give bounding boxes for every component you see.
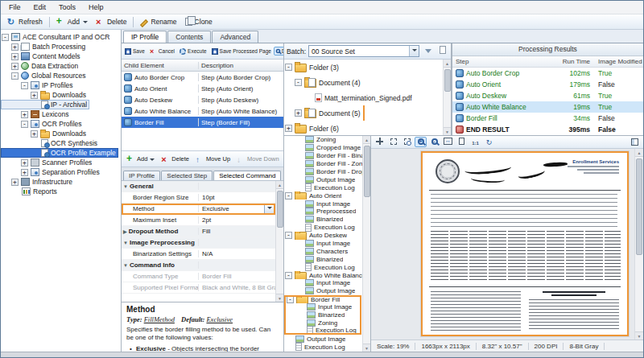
expand-icon[interactable]: + <box>31 92 38 99</box>
tab-contents[interactable]: Contents <box>167 31 211 43</box>
viewer-scrollbar[interactable] <box>634 149 643 339</box>
tree-item[interactable]: Preprocessed <box>284 208 362 216</box>
rotate-tool-button[interactable] <box>483 138 495 148</box>
fit-page-tool-button[interactable] <box>456 136 468 146</box>
collapse-icon[interactable]: - <box>21 82 28 89</box>
scroll-up-icon[interactable] <box>363 136 371 144</box>
tree-item[interactable]: Output Image <box>284 335 362 343</box>
property-grid-scrollbar[interactable] <box>275 181 283 302</box>
result-row[interactable]: Auto Orient179msFalse <box>452 79 643 90</box>
collapse-icon[interactable]: - <box>285 192 292 200</box>
tree-item[interactable]: +Document (5) <box>284 105 443 121</box>
prop-tab-selected-command[interactable]: Selected Command <box>213 171 281 180</box>
page-layout-tool-button[interactable] <box>629 137 641 147</box>
help-type-value[interactable]: FillMethod <box>144 315 175 323</box>
expand-icon[interactable]: + <box>21 111 28 118</box>
tree-item[interactable]: +Data Extraction <box>1 61 121 71</box>
tree-item[interactable]: Execution Log <box>284 183 362 191</box>
property-dropdown-button[interactable] <box>264 204 275 214</box>
expand-icon[interactable]: + <box>21 159 28 167</box>
scroll-thumb[interactable] <box>444 69 451 92</box>
diagnostics-mode-button[interactable]: Diagnostics Mode On <box>274 47 283 56</box>
menu-item-tools[interactable]: Tools <box>52 2 82 13</box>
expand-icon[interactable]: + <box>11 63 19 70</box>
tree-item[interactable]: Binarized <box>284 216 362 224</box>
batch-view-button[interactable] <box>436 45 448 58</box>
batch-tree-scrollbar[interactable] <box>443 60 451 135</box>
tree-item[interactable]: OCR Profile Example <box>1 148 121 158</box>
viewer-canvas[interactable]: Enrollment Services <box>371 149 634 339</box>
actual-size-tool-button[interactable] <box>469 138 481 148</box>
tab-ip-profile[interactable]: IP Profile <box>123 31 167 43</box>
batch-filter-button[interactable] <box>422 45 434 58</box>
property-row[interactable]: ▼Image Preprocessing <box>122 237 275 249</box>
collapse-arrow-icon[interactable]: ▼ <box>123 241 128 245</box>
tree-item[interactable]: -Auto Deskew <box>284 232 362 240</box>
menu-item-edit[interactable]: Edit <box>27 2 53 13</box>
tree-item[interactable]: +Downloads <box>1 90 121 100</box>
zoom-window-tool-button[interactable] <box>401 137 413 147</box>
move-up-button[interactable]: Move Up <box>192 154 233 165</box>
step-delete-button[interactable]: Delete <box>158 154 192 165</box>
expand-arrow-icon[interactable]: ▶ <box>123 228 127 234</box>
cancel-button[interactable]: Cancel <box>147 47 177 56</box>
tree-item[interactable]: Execution Log <box>284 263 362 271</box>
tree-item[interactable]: -IP Profiles <box>1 80 121 90</box>
expand-icon[interactable]: + <box>21 169 28 176</box>
collapse-icon[interactable]: - <box>287 296 294 302</box>
scroll-up-icon[interactable] <box>444 60 452 68</box>
results-column-image-modified[interactable]: Image Modified <box>595 58 643 65</box>
tree-item[interactable]: Reports <box>1 187 121 196</box>
help-default-value[interactable]: Exclusive <box>206 315 233 323</box>
result-row[interactable]: END RESULT395msFalse <box>452 124 643 135</box>
collapse-icon[interactable]: - <box>21 121 28 128</box>
tree-item[interactable]: Border Fill - Dropout <box>284 168 362 176</box>
zoom-out-tool-button[interactable] <box>428 137 440 147</box>
tree-item[interactable]: Input Image <box>284 200 362 208</box>
result-row[interactable]: Border Fill34msFalse <box>452 113 643 124</box>
collapse-icon[interactable]: - <box>295 79 302 86</box>
fit-width-tool-button[interactable] <box>442 136 454 146</box>
menu-item-help[interactable]: Help <box>82 2 110 13</box>
tree-item[interactable]: Matt_termination_Signed.pdf <box>284 90 443 105</box>
tree-item[interactable]: +Separation Profiles <box>1 167 121 177</box>
scroll-down-icon[interactable] <box>276 294 284 302</box>
tree-item[interactable]: Execution Log <box>284 327 361 335</box>
column-header-child-element[interactable]: Child Element <box>122 62 199 69</box>
tree-item[interactable]: Zoning <box>284 319 361 327</box>
collapse-icon[interactable]: - <box>285 64 292 71</box>
expand-icon[interactable]: + <box>11 43 19 51</box>
tree-item[interactable]: Output Image <box>284 287 362 295</box>
batch-combobox[interactable]: 00 Source Set <box>308 45 419 57</box>
result-row[interactable]: Auto Deskew61msTrue <box>452 90 643 101</box>
prop-tab-selected-step[interactable]: Selected Step <box>161 171 213 180</box>
collapse-icon[interactable]: - <box>285 232 292 239</box>
document-preview[interactable]: Enrollment Services <box>421 151 629 336</box>
result-row[interactable]: Auto White Balance19msTrue <box>452 101 643 113</box>
tree-item[interactable]: -Global Resources <box>1 71 121 80</box>
tree-item[interactable]: Cropped Image <box>284 144 362 152</box>
pan-tool-button[interactable] <box>374 136 386 146</box>
tree-item[interactable]: Zoning <box>284 136 362 144</box>
child-step-row[interactable]: Auto OrientStep (Auto Orient) <box>122 83 283 94</box>
collapse-icon[interactable]: - <box>11 72 19 80</box>
select-tool-button[interactable] <box>387 137 399 147</box>
property-row[interactable]: ▶Dropout MethodFill <box>122 226 275 237</box>
tree-item[interactable]: Input Image <box>284 303 361 311</box>
tree-item[interactable]: Execution Log <box>284 224 362 232</box>
menu-item-file[interactable]: File <box>2 2 27 13</box>
property-row[interactable]: Supported Pixel FormatsBlack and White, … <box>122 282 275 294</box>
execute-button[interactable]: Execute <box>177 47 209 56</box>
prop-tab-ip-profile[interactable]: IP Profile <box>123 171 160 180</box>
tree-item[interactable]: Output Image <box>284 175 362 183</box>
tree-item[interactable]: +Infrastructure <box>1 177 121 187</box>
scroll-thumb[interactable] <box>364 146 370 197</box>
delete-button[interactable]: Delete <box>92 16 131 27</box>
tab-advanced[interactable]: Advanced <box>212 31 258 43</box>
tree-item[interactable]: Binarized <box>284 311 361 319</box>
tree-item[interactable]: Binarized <box>284 255 362 263</box>
scroll-thumb[interactable] <box>636 158 642 255</box>
scroll-down-icon[interactable] <box>363 344 371 352</box>
save-processed-page-button[interactable]: Save Processed Page <box>209 47 274 56</box>
tree-item[interactable]: OCR Synthesis <box>1 138 121 148</box>
